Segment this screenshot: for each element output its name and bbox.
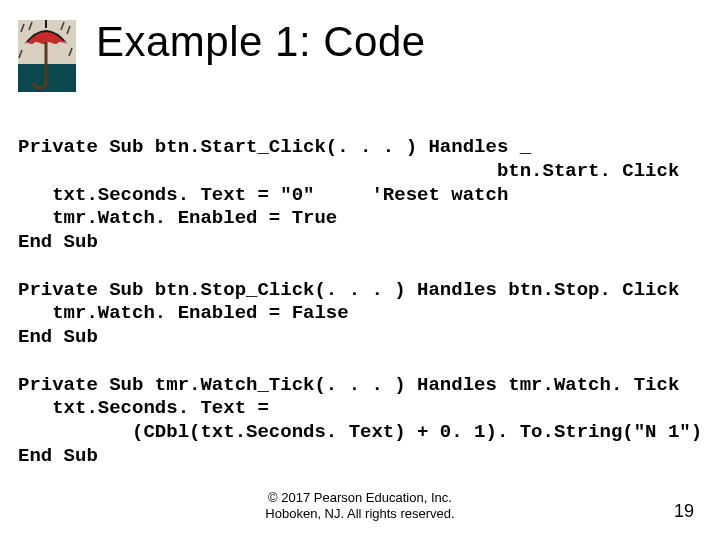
publisher-logo	[18, 20, 76, 92]
slide: Example 1: Code Private Sub btn.Start_Cl…	[0, 0, 720, 540]
page-number: 19	[674, 501, 694, 522]
umbrella-icon	[18, 20, 76, 92]
code-listing: Private Sub btn.Start_Click(. . . ) Hand…	[18, 136, 702, 469]
footer-line-2: Hoboken, NJ. All rights reserved.	[265, 506, 454, 521]
slide-title: Example 1: Code	[96, 18, 426, 66]
copyright-footer: © 2017 Pearson Education, Inc. Hoboken, …	[0, 490, 720, 523]
footer-line-1: © 2017 Pearson Education, Inc.	[268, 490, 452, 505]
